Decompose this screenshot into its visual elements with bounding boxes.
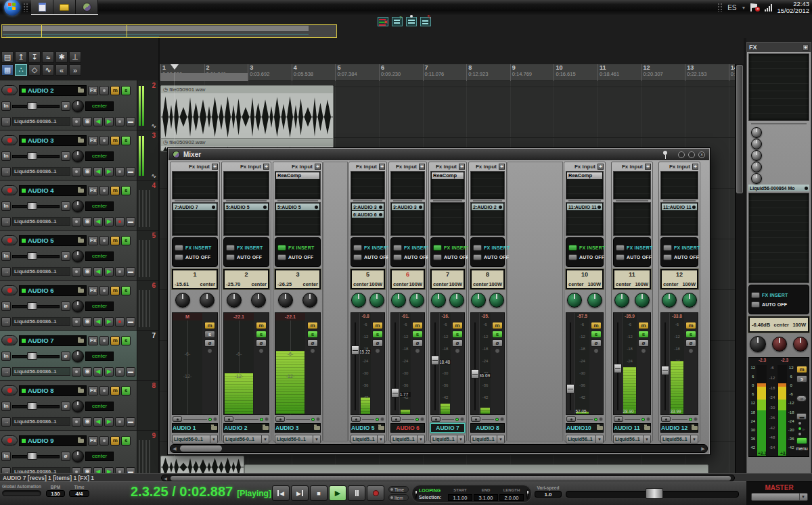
dropdown-arrow-icon[interactable]: ▼	[262, 435, 269, 443]
pan-knob[interactable]	[449, 293, 464, 308]
pan-knob[interactable]	[72, 400, 84, 412]
fx-slot-list[interactable]: ReaComp	[275, 171, 321, 199]
env-dot-button[interactable]	[310, 348, 315, 354]
ruler-measure[interactable]: 110:18.461	[597, 64, 619, 81]
mute-button[interactable]: m	[452, 322, 463, 329]
mixer-strip-audio-8[interactable]: Fx input+2:AUDIO 2FX INSERTAUTO OFF8cent…	[468, 162, 507, 441]
ruler-measure[interactable]: 50:07.384	[335, 64, 357, 81]
dropdown-arrow-icon[interactable]: ▼	[644, 435, 651, 443]
mixer-strip-audio-1[interactable]: Fx input+7:AUDIO 7FX INSERTAUTO OFF1-15.…	[170, 162, 220, 441]
routing-circle-button[interactable]	[460, 417, 464, 421]
volume-fader[interactable]	[12, 151, 60, 160]
fx-button[interactable]: Fx	[88, 286, 98, 295]
io-dot-button[interactable]	[99, 286, 109, 295]
auto-mode-button[interactable]	[568, 254, 577, 260]
send-list[interactable]: 5:AUDIO 5	[275, 202, 321, 236]
strip-name[interactable]: AUDIO 12	[660, 423, 698, 433]
input-button[interactable]: In	[1, 352, 11, 361]
global-automation-button[interactable]	[2, 490, 41, 496]
add-fx-button[interactable]: +	[459, 164, 465, 170]
monitor-dot-button[interactable]	[115, 417, 125, 427]
fx-slot-list[interactable]	[351, 171, 385, 199]
send-slot[interactable]: 3:AUDIO 3	[392, 203, 424, 210]
monitor-dot-button[interactable]	[115, 367, 125, 377]
strip-name[interactable]: AUDIO 2	[223, 423, 269, 433]
solo-button[interactable]: s	[121, 336, 131, 345]
auto-mode-button[interactable]	[175, 254, 183, 260]
fx-bypass-button[interactable]	[433, 245, 442, 251]
next-take-button[interactable]: ▶	[104, 117, 114, 126]
send-slot[interactable]: 3:AUDIO 3	[352, 203, 384, 210]
monitor-dot-button[interactable]	[115, 267, 125, 276]
fader-handle[interactable]	[27, 452, 37, 460]
phase-button[interactable]: ø	[685, 339, 696, 347]
env-dot-button[interactable]	[72, 317, 81, 327]
record-button[interactable]	[367, 485, 384, 501]
pan-knob[interactable]	[72, 150, 84, 162]
dropdown-arrow-icon[interactable]: ▼	[313, 435, 321, 443]
master-send-knob[interactable]	[751, 139, 762, 149]
env-dot-button[interactable]	[375, 348, 380, 354]
reaper-app-icon[interactable]	[76, 0, 98, 14]
send-list[interactable]: 11:AUDIO 11	[660, 202, 698, 236]
volume-knob[interactable]	[227, 293, 242, 308]
fx-slot-list[interactable]	[660, 171, 698, 199]
volume-knob[interactable]	[391, 293, 406, 308]
notepad-icon[interactable]	[31, 0, 53, 14]
prev-take-button[interactable]: ◀	[93, 167, 103, 176]
play-button[interactable]: ▶	[329, 485, 346, 501]
pan-knob[interactable]	[587, 293, 602, 308]
pin-window-icon[interactable]	[662, 151, 668, 159]
strip-name[interactable]: AUDIO 6	[390, 423, 425, 433]
prev-take-button[interactable]: ◀	[93, 117, 103, 126]
monitor-dot-button[interactable]	[115, 467, 125, 474]
monitor-dot-button[interactable]	[115, 167, 125, 176]
fx-slot[interactable]: ReaComp	[276, 172, 319, 179]
volume-fader[interactable]	[12, 452, 60, 460]
master-send-button[interactable]	[566, 416, 576, 422]
mute-button[interactable]: m	[256, 322, 267, 329]
mixer-title-bar[interactable]: Mixer ×	[168, 149, 709, 160]
hscroll-handle[interactable]	[171, 476, 731, 481]
folder-icon[interactable]	[53, 0, 76, 14]
selection-end-value[interactable]: 3.1.00	[474, 494, 498, 501]
fx-bypass-button[interactable]	[393, 245, 402, 251]
master-fx-bypass-button[interactable]	[751, 292, 760, 298]
mixer-scroll-handle[interactable]	[180, 446, 222, 452]
send-slot[interactable]: 11:AUDIO 11	[567, 203, 602, 210]
fader-handle[interactable]	[27, 102, 37, 110]
solo-button[interactable]: s	[591, 331, 602, 338]
ruler-measure[interactable]: 60:09.230	[379, 64, 401, 81]
lasso-select-icon[interactable]: ◇	[28, 64, 41, 76]
mixer-strip-audio-5[interactable]: Fx input+3:AUDIO 36:AUDIO 6FX INSERTAUTO…	[348, 162, 387, 441]
volume-knob[interactable]	[471, 293, 486, 308]
record-arm-button[interactable]	[1, 335, 18, 345]
fx-button[interactable]: Fx	[88, 336, 98, 345]
send-list[interactable]	[613, 202, 651, 236]
time-toggle[interactable]: Time	[388, 486, 409, 493]
solo-button[interactable]: s	[121, 186, 131, 195]
fader-handle[interactable]	[27, 202, 37, 210]
phase-button[interactable]: ø	[591, 339, 602, 347]
mute-button[interactable]: m	[110, 186, 120, 195]
prev-take-button[interactable]: ◀	[93, 317, 103, 327]
phase-button[interactable]: ø	[492, 339, 503, 347]
phase-button[interactable]: ø	[452, 339, 463, 347]
dropdown-arrow-icon[interactable]: ▼	[378, 435, 385, 443]
master-send-button[interactable]	[224, 416, 233, 422]
routing-matrix-icon[interactable]: ⊞	[83, 317, 92, 327]
fx-slot-list[interactable]	[390, 171, 425, 199]
phase-button[interactable]: ø	[61, 452, 70, 461]
fx-slot-list[interactable]	[613, 171, 651, 199]
volume-fader[interactable]	[12, 352, 60, 360]
windows-start-button[interactable]	[4, 0, 20, 16]
pan-knob[interactable]	[409, 293, 424, 308]
add-fx-button[interactable]: +	[315, 164, 321, 170]
fx-bypass-button[interactable]	[175, 245, 183, 251]
monitor-dot-button[interactable]	[115, 317, 125, 327]
mute-button[interactable]: m	[110, 136, 120, 145]
timesig-value[interactable]: 4/4	[69, 490, 89, 497]
record-arm-button[interactable]	[1, 435, 18, 446]
transport-position-display[interactable]: 2.3.25 / 0:02.887[Playing]	[131, 484, 271, 500]
mixer-strip-audio-11[interactable]: Fx input+FX INSERTAUTO OFF11center100W-3…	[611, 162, 653, 441]
